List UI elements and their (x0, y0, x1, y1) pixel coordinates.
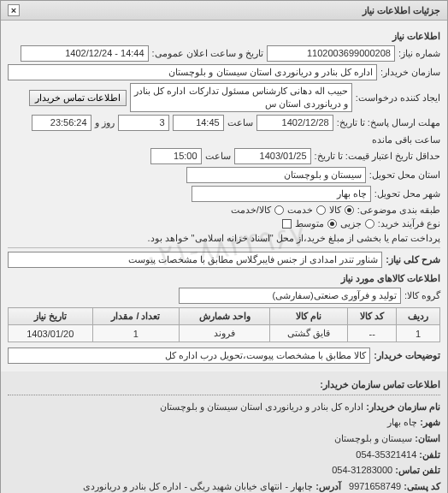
need-title-label: شرح کلی نیاز: (386, 254, 440, 265)
need-no-label: شماره نیاز: (398, 48, 440, 59)
radio-empty-icon (316, 205, 326, 215)
radio-empty-icon (274, 205, 284, 215)
goods-header: اطلاعات کالاهای مورد نیاز (8, 273, 440, 284)
time-suffix: ساعت باقی مانده (372, 134, 440, 146)
th-code: کد کالا (348, 308, 397, 325)
contact-line: شهر: چاه بهار (8, 414, 440, 431)
c-postal-label: کد پستی: (404, 481, 440, 491)
checkbox-treasury[interactable] (282, 219, 292, 229)
buyer-contact-button[interactable]: اطلاعات تماس خریدار (29, 90, 127, 106)
cat-service-label: خدمت (287, 205, 313, 216)
city-value: چاه بهار (192, 186, 371, 202)
buyer-org-label: سازمان خریدار: (380, 67, 440, 78)
c-fax-value: 31283000-054 (332, 465, 392, 475)
c-address-label: آدرس: (315, 481, 341, 491)
buyer-org-value: اداره کل بنادر و دریانوردی استان سیستان … (8, 64, 377, 80)
radio-service[interactable]: خدمت (287, 205, 326, 216)
need-title-value: شناور تندر امدادی از جنس فایبرگلاس مطابق… (8, 252, 382, 268)
proc-small-label: جزیی (340, 218, 362, 229)
city-label: شهر محل تحویل: (374, 188, 440, 199)
radio-empty-icon (365, 219, 374, 229)
announce-value: 14:44 - 1402/12/24 (21, 45, 149, 62)
group-value: تولید و فرآوری صنعتی(سفارشی) (179, 288, 401, 304)
contact-block: اطلاعات تماس سازمان خریدار: نام سازمان خ… (1, 371, 447, 493)
province-label: استان محل تحویل: (369, 169, 440, 181)
need-info-panel: اطلاعات نیاز شماره نیاز: 110200369900020… (1, 21, 447, 371)
cell-name: قایق گشتی (270, 325, 348, 342)
th-name: نام کالا (270, 308, 348, 325)
process-label: نوع فرآیند خرید: (378, 218, 440, 229)
contact-line: استان: سیستان و بلوچستان (8, 431, 440, 447)
c-postal-value: 9971658749 (349, 481, 401, 491)
goods-table: ردیف کد کالا نام کالا واحد شمارش تعداد /… (8, 307, 440, 342)
th-idx: ردیف (397, 308, 440, 325)
panel-title: اطلاعات نیاز (8, 31, 440, 42)
details-window: جزئیات اطلاعات نیاز × اطلاعات نیاز شماره… (0, 0, 448, 493)
c-fax-label: تلفن تماس: (395, 465, 440, 475)
radio-dot-icon (345, 205, 354, 215)
th-unit: واحد شمارش (180, 308, 270, 325)
contact-header: اطلاعات تماس سازمان خریدار: (8, 377, 440, 395)
delivery-label: حداقل تاریخ اعتبار قیمت: تا تاریخ: (315, 151, 440, 162)
contact-line: تلفن تماس: 31283000-054 (8, 462, 440, 478)
c-province-label: استان: (415, 433, 440, 443)
hour-label-1: ساعت (227, 117, 253, 128)
hour-label-2: ساعت (205, 151, 231, 162)
cell-idx: 1 (397, 325, 440, 342)
contact-line: تلفن: 35321414-054 (8, 447, 440, 463)
cell-unit: فروند (180, 325, 270, 342)
time-remaining: 23:56:24 (32, 115, 91, 131)
c-province-value: سیستان و بلوچستان (334, 433, 412, 443)
delivery-time: 15:00 (150, 148, 202, 164)
days-suffix: روز و (95, 117, 115, 128)
radio-mid[interactable]: متوسط (295, 218, 337, 229)
c-city-label: شهر: (420, 417, 440, 427)
org-label: نام سازمان خریدار: (366, 401, 440, 412)
close-icon[interactable]: × (8, 4, 20, 16)
days-remaining: 3 (118, 115, 169, 131)
group-label: گروه کالا: (404, 290, 440, 301)
requester-label: ایجاد کننده درخواست: (356, 92, 440, 104)
c-city-value: چاه بهار (387, 417, 417, 427)
announce-label: تاریخ و ساعت اعلان عمومی: (152, 48, 263, 59)
window-title: جزئیات اطلاعات نیاز (363, 5, 440, 16)
contact-line: نام سازمان خریدار: اداره کل بنادر و دریا… (8, 399, 440, 415)
radio-goods[interactable]: کالا (329, 205, 354, 216)
proc-note: پرداخت تمام یا بخشی از مبلغ خرید،از محل … (147, 233, 440, 244)
requester-value: حبیب اله دهانی کارشناس مسئول تدارکات ادا… (130, 83, 352, 112)
province-value: سیستان و بلوچستان (186, 167, 366, 183)
need-no-value: 1102003699000208 (267, 45, 395, 62)
buyer-note-label: توضیحات خریدار: (374, 350, 440, 361)
table-row: 1 -- قایق گشتی فروند 1 1403/01/20 (9, 325, 440, 342)
deadline-date: 1402/12/28 (256, 115, 333, 131)
titlebar: جزئیات اطلاعات نیاز × (1, 1, 447, 21)
c-address-value: چابهار - انتهای خیابان شهید ریگی - اداره… (83, 481, 313, 491)
c-phone-value: 35321414-054 (356, 449, 416, 460)
cell-qty: 1 (92, 325, 180, 342)
radio-goods-service[interactable]: کالا/خدمت (231, 205, 284, 216)
th-qty: تعداد / مقدار (92, 308, 180, 325)
table-header-row: ردیف کد کالا نام کالا واحد شمارش تعداد /… (9, 308, 440, 325)
cat-goodsservice-label: کالا/خدمت (231, 205, 271, 216)
deadline-label: مهلت ارسال پاسخ: تا تاریخ: (337, 117, 440, 128)
proc-mid-label: متوسط (295, 218, 324, 229)
radio-small[interactable]: جزیی (340, 218, 374, 229)
separator (8, 247, 440, 248)
cell-date: 1403/01/20 (9, 325, 93, 342)
org-value: اداره کل بنادر و دریانوردی استان سیستان … (160, 401, 363, 412)
deadline-time: 14:45 (173, 115, 224, 131)
cell-code: -- (348, 325, 397, 342)
contact-line: کد پستی: 9971658749 آدرس: چابهار - انتها… (8, 478, 440, 493)
buyer-note-value: کالا مطابق با مشخصات پیوست،تحویل درب ادا… (8, 347, 370, 364)
c-phone-label: تلفن: (419, 449, 440, 460)
category-label: طبقه بندی موضوعی: (357, 205, 440, 216)
radio-dot-icon (327, 219, 337, 229)
th-date: تاریخ نیاز (9, 308, 93, 325)
cat-goods-label: کالا (329, 205, 341, 216)
delivery-date: 1403/01/25 (234, 148, 311, 164)
